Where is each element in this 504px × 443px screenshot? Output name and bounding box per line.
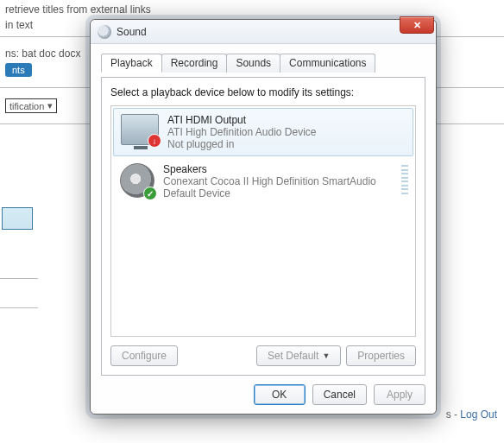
device-status: Not plugged in — [167, 138, 317, 150]
bg-extensions-label: ns: bat doc docx — [5, 47, 80, 60]
bg-extensions-button[interactable]: nts — [5, 63, 32, 77]
bg-select[interactable]: tification ▾ — [5, 98, 57, 113]
chevron-down-icon: ▼ — [322, 351, 330, 360]
set-default-button[interactable]: Set Default ▼ — [256, 345, 341, 366]
ok-button[interactable]: OK — [254, 384, 306, 405]
speaker-icon: ✓ — [120, 163, 154, 198]
properties-button[interactable]: Properties — [346, 345, 416, 366]
device-name: ATI HDMI Output — [167, 114, 317, 126]
dialog-actions: OK Cancel Apply — [101, 376, 425, 405]
tab-recording[interactable]: Recording — [161, 54, 228, 73]
panel-actions: Configure Set Default ▼ Properties — [110, 345, 416, 366]
device-desc: ATI High Definition Audio Device — [167, 126, 317, 138]
sound-icon — [98, 25, 111, 39]
logout-link[interactable]: Log Out — [460, 408, 497, 421]
device-list: ↓ ATI HDMI Output ATI High Definition Au… — [110, 105, 416, 337]
tab-panel: Select a playback device below to modify… — [101, 77, 425, 376]
bg-thumbnail[interactable] — [2, 207, 33, 230]
level-meter-icon — [401, 165, 408, 194]
unplugged-overlay-icon: ↓ — [148, 134, 161, 148]
configure-button[interactable]: Configure — [110, 345, 178, 366]
cancel-button[interactable]: Cancel — [312, 384, 367, 405]
default-overlay-icon: ✓ — [143, 187, 157, 200]
tab-sounds[interactable]: Sounds — [226, 54, 280, 73]
monitor-icon: ↓ — [121, 114, 159, 145]
device-name: Speakers — [163, 163, 376, 175]
tabstrip: Playback Recording Sounds Communications — [101, 53, 425, 72]
dialog-client: Playback Recording Sounds Communications… — [91, 44, 436, 414]
titlebar[interactable]: Sound ✕ — [91, 20, 436, 44]
device-item-hdmi[interactable]: ↓ ATI HDMI Output ATI High Definition Au… — [113, 108, 413, 156]
bg-footer: s - Log Out — [446, 408, 497, 421]
device-item-speakers[interactable]: ✓ Speakers Conexant Cocoa II High Defini… — [113, 158, 413, 205]
close-button[interactable]: ✕ — [400, 16, 434, 34]
dialog-title: Sound — [117, 26, 147, 38]
bg-select-value: tification — [9, 101, 44, 111]
device-status: Default Device — [163, 187, 376, 199]
device-desc: Conexant Cocoa II High Definition SmartA… — [163, 175, 376, 187]
tab-playback[interactable]: Playback — [101, 54, 162, 73]
bg-text-1: retrieve titles from external links — [0, 0, 504, 16]
close-icon: ✕ — [413, 20, 421, 31]
instruction-text: Select a playback device below to modify… — [110, 86, 416, 98]
sound-dialog: Sound ✕ Playback Recording Sounds Commun… — [90, 19, 437, 415]
tab-communications[interactable]: Communications — [280, 54, 375, 73]
chevron-down-icon: ▾ — [47, 100, 53, 111]
apply-button[interactable]: Apply — [374, 384, 425, 405]
